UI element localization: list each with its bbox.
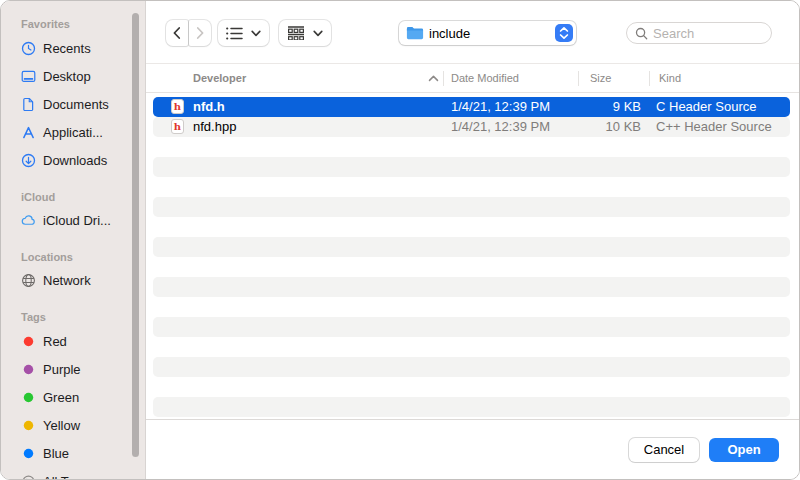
sidebar-item-tag-green[interactable]: Green [1,383,145,411]
open-button[interactable]: Open [709,438,779,462]
sidebar-item-tag-purple[interactable]: Purple [1,355,145,383]
sidebar-item-label: Red [43,334,67,349]
sidebar-item-all-tags[interactable]: All Tags [1,467,145,480]
file-row-nfd-hpp[interactable]: h nfd.hpp 1/4/21, 12:39 PM 10 KB C++ Hea… [153,117,790,137]
table-header: Developer Date Modified Size Kind [146,63,799,93]
file-kind: C++ Header Source [656,117,772,137]
sidebar-item-tag-yellow[interactable]: Yellow [1,411,145,439]
sidebar-item-label: All Tags [43,474,88,480]
column-divider [649,71,650,86]
tag-dot-icon [21,445,36,461]
column-header-kind[interactable]: Kind [659,64,681,93]
search-icon [635,27,648,40]
empty-row [153,197,790,217]
empty-row [153,397,790,417]
tag-dot-icon [21,417,36,433]
sidebar-section-locations: Locations [21,250,145,264]
main-panel: include Developer Date Modified Size Kin… [146,1,799,479]
sidebar: Favorites Recents Desktop Documents Appl… [1,1,146,479]
sidebar-item-label: Network [43,273,91,288]
sidebar-item-label: Downloads [43,153,107,168]
sidebar-scrollbar[interactable] [132,13,139,457]
back-button[interactable] [166,20,188,46]
sidebar-item-tag-red[interactable]: Red [1,327,145,355]
tag-dot-icon [21,333,36,349]
clock-icon [21,40,36,56]
folder-popup-button[interactable]: include [399,21,576,45]
sidebar-section-favorites: Favorites [21,17,145,31]
document-icon [21,96,36,112]
tag-dot-icon [21,389,36,405]
footer-divider [146,419,799,420]
sidebar-item-network[interactable]: Network [1,266,145,294]
file-list: h nfd.h 1/4/21, 12:39 PM 9 KB C Header S… [153,97,790,417]
search-field[interactable] [626,22,772,44]
folder-popup-value: include [429,26,555,41]
forward-button[interactable] [189,20,211,46]
appstore-icon [21,124,36,140]
group-view-button[interactable] [279,20,331,46]
file-row-nfd-h[interactable]: h nfd.h 1/4/21, 12:39 PM 9 KB C Header S… [153,97,790,117]
desktop-icon [21,68,36,84]
search-input[interactable] [653,26,758,41]
empty-row [153,337,790,357]
empty-row [153,217,790,237]
sort-ascending-icon [428,75,439,82]
column-header-date-modified[interactable]: Date Modified [451,64,519,93]
file-size: 9 KB [533,97,641,117]
empty-row [153,377,790,397]
sidebar-item-label: Documents [43,97,109,112]
empty-row [153,177,790,197]
file-size: 10 KB [533,117,641,137]
file-name: nfd.h [193,97,225,117]
empty-row [153,297,790,317]
sidebar-item-label: Applicati... [43,125,103,140]
tag-ring-icon [21,473,36,480]
sidebar-item-documents[interactable]: Documents [1,90,145,118]
sidebar-item-desktop[interactable]: Desktop [1,62,145,90]
sidebar-section-icloud: iCloud [21,190,145,204]
download-icon [21,152,36,168]
chevron-right-icon [195,26,205,40]
cancel-button[interactable]: Cancel [629,438,699,462]
empty-row [153,317,790,337]
globe-icon [21,272,36,288]
empty-row [153,357,790,377]
sidebar-item-label: iCloud Dri... [43,213,111,228]
sidebar-item-label: Desktop [43,69,91,84]
tag-dot-icon [21,361,36,377]
popup-stepper-icon [555,24,573,42]
sidebar-item-tag-blue[interactable]: Blue [1,439,145,467]
column-header-name[interactable]: Developer [193,64,246,93]
chevron-down-icon [313,30,323,37]
sidebar-section-tags: Tags [21,310,145,324]
sidebar-item-label: Yellow [43,418,80,433]
empty-row [153,277,790,297]
chevron-down-icon [251,30,261,37]
file-kind: C Header Source [656,97,756,117]
list-view-icon [226,27,243,40]
file-open-dialog: Favorites Recents Desktop Documents Appl… [0,0,800,480]
empty-row [153,257,790,277]
header-file-icon: h [171,99,184,114]
sidebar-item-icloud-drive[interactable]: iCloud Dri... [1,206,145,234]
empty-row [153,137,790,157]
sidebar-item-applications[interactable]: Applicati... [1,118,145,146]
empty-row [153,157,790,177]
column-divider [578,71,579,86]
file-name: nfd.hpp [193,117,236,137]
chevron-left-icon [172,26,182,40]
column-header-size[interactable]: Size [590,64,611,93]
sidebar-item-label: Purple [43,362,81,377]
column-divider [443,71,444,86]
empty-row [153,237,790,257]
sidebar-item-recents[interactable]: Recents [1,34,145,62]
group-view-icon [287,26,305,40]
header-file-icon: h [171,119,184,134]
sidebar-item-label: Recents [43,41,91,56]
sidebar-item-downloads[interactable]: Downloads [1,146,145,174]
list-view-button[interactable] [218,20,269,46]
cloud-icon [21,212,36,228]
sidebar-item-label: Blue [43,446,69,461]
folder-icon [406,26,424,40]
